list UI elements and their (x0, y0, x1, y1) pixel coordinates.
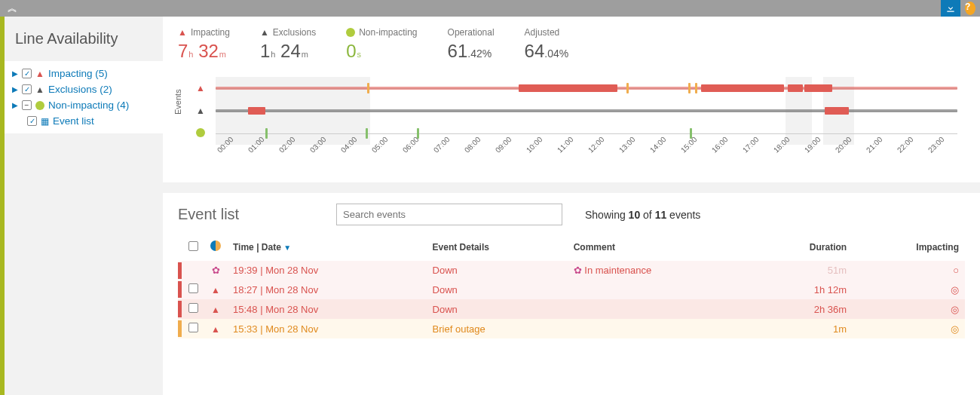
x-tick: 13:00 (617, 135, 636, 154)
x-tick: 07:00 (432, 135, 451, 154)
x-tick: 06:00 (401, 135, 420, 154)
warning-icon: ▲ (211, 324, 220, 335)
tree-label: Impacting (5) (48, 68, 108, 79)
stat-operational: Operational 61.42% (448, 27, 495, 62)
x-tick: 09:00 (494, 135, 513, 154)
x-tick: 12:00 (586, 135, 605, 154)
table-row[interactable]: ✿19:39 | Mon 28 NovDown✿ In maintenance5… (178, 261, 965, 280)
caret-icon: ▶ (12, 101, 18, 109)
row-checkbox[interactable] (188, 323, 198, 332)
warning-icon: ▲ (211, 305, 220, 315)
stat-label: Operational (448, 27, 495, 38)
col-details[interactable]: Event Details (427, 236, 568, 261)
x-tick: 21:00 (865, 135, 884, 154)
cell-time: 19:39 | Mon 28 Nov (227, 261, 427, 280)
tree-item-eventlist[interactable]: ▦ Event list (5, 113, 163, 129)
stat-nonimpacting: Non-impacting 0s (346, 27, 417, 62)
events-table: Time | Date ▼ Event Details Comment Dura… (178, 236, 965, 338)
caret-icon: ▶ (12, 85, 18, 93)
split-icon[interactable] (210, 240, 221, 251)
info-icon (35, 101, 44, 110)
x-tick: 15:00 (679, 135, 698, 154)
target-icon: ◎ (853, 299, 965, 319)
x-tick: 14:00 (648, 135, 667, 154)
cell-comment: ✿ In maintenance (568, 261, 752, 280)
cell-duration: 2h 36m (752, 299, 853, 319)
stats-row: ▲Impacting 7h 32m ▲Exclusions 1h 24m Non… (163, 17, 980, 69)
tree-item-exclusions[interactable]: ▶ ▲ Exclusions (2) (5, 81, 163, 97)
x-tick: 23:00 (926, 135, 945, 154)
table-row[interactable]: ▲15:33 | Mon 28 NovBrief outage1m◎ (178, 319, 965, 338)
section-divider (163, 182, 980, 193)
warning-icon: ▲ (35, 69, 44, 79)
topbar: ︽ ? (0, 0, 980, 17)
row-checkbox[interactable] (188, 303, 198, 313)
col-impacting[interactable]: Impacting (853, 236, 965, 261)
warning-icon: ▲ (196, 83, 205, 93)
row-checkbox[interactable] (188, 283, 198, 293)
target-icon: ◎ (853, 319, 965, 338)
cell-comment (568, 319, 752, 338)
sidebar: Line Availability ▶ ▲ Impacting (5) ▶ ▲ … (5, 17, 163, 395)
x-tick: 05:00 (370, 135, 389, 154)
cell-comment (568, 299, 752, 319)
checkbox[interactable] (22, 100, 32, 110)
search-input[interactable] (336, 204, 562, 225)
y-axis-label: Events (173, 89, 182, 115)
cell-duration: 1h 12m (752, 280, 853, 299)
x-tick: 18:00 (772, 135, 791, 154)
table-row[interactable]: ▲15:48 | Mon 28 NovDown2h 36m◎ (178, 299, 965, 319)
target-icon: ○ (853, 261, 965, 280)
tree-label: Non-impacting (4) (48, 100, 129, 111)
table-row[interactable]: ▲18:27 | Mon 28 NovDown1h 12m◎ (178, 280, 965, 299)
help-button[interactable]: ? (960, 0, 980, 17)
info-icon (346, 28, 355, 37)
x-tick: 16:00 (710, 135, 729, 154)
showing-text: Showing 10 of 11 events (585, 209, 700, 221)
stat-label: Impacting (191, 27, 230, 38)
col-time[interactable]: Time | Date ▼ (227, 236, 427, 261)
stat-adjusted: Adjusted 64.04% (525, 27, 569, 62)
col-comment[interactable]: Comment (568, 236, 752, 261)
tree-item-nonimpacting[interactable]: ▶ Non-impacting (4) (5, 97, 163, 113)
gear-icon: ✿ (574, 265, 582, 276)
stat-label: Non-impacting (359, 27, 417, 38)
target-icon: ◎ (853, 280, 965, 299)
download-button[interactable] (941, 0, 960, 17)
timeline-chart: Events ▲▲00:0001:0002:0003:0004:0005:000… (163, 69, 980, 182)
x-tick: 08:00 (463, 135, 482, 154)
events-title: Event list (178, 206, 314, 223)
stat-label: Adjusted (525, 27, 560, 38)
page-title: Line Availability (5, 23, 163, 61)
tree-item-impacting[interactable]: ▶ ▲ Impacting (5) (5, 66, 163, 81)
gear-icon: ✿ (212, 265, 220, 276)
x-tick: 11:00 (556, 135, 574, 154)
col-duration[interactable]: Duration (752, 236, 853, 261)
checkbox[interactable] (22, 84, 32, 94)
warning-icon: ▲ (260, 27, 269, 38)
cell-time: 15:33 | Mon 28 Nov (227, 319, 427, 338)
cell-details: Brief outage (427, 319, 568, 338)
x-tick: 22:00 (896, 135, 914, 154)
collapse-icon[interactable]: ︽ (8, 2, 14, 14)
cell-details: Down (427, 280, 568, 299)
warning-icon: ▲ (178, 27, 187, 38)
table-icon: ▦ (41, 116, 49, 127)
cell-duration: 1m (752, 319, 853, 338)
x-tick: 10:00 (525, 135, 544, 154)
select-all-checkbox[interactable] (188, 241, 198, 251)
stat-exclusions: ▲Exclusions 1h 24m (260, 27, 316, 62)
cell-time: 18:27 | Mon 28 Nov (227, 280, 427, 299)
cell-duration: 51m (752, 261, 853, 280)
cell-time: 15:48 | Mon 28 Nov (227, 299, 427, 319)
warning-icon: ▲ (196, 106, 205, 116)
checkbox[interactable] (22, 69, 32, 78)
sort-desc-icon: ▼ (283, 243, 291, 252)
tree-label: Event list (53, 115, 94, 127)
x-tick: 17:00 (741, 135, 760, 154)
checkbox[interactable] (27, 116, 37, 126)
cell-details: Down (427, 299, 568, 319)
warning-icon: ▲ (35, 84, 44, 95)
caret-icon: ▶ (12, 69, 18, 78)
info-icon (196, 128, 205, 137)
